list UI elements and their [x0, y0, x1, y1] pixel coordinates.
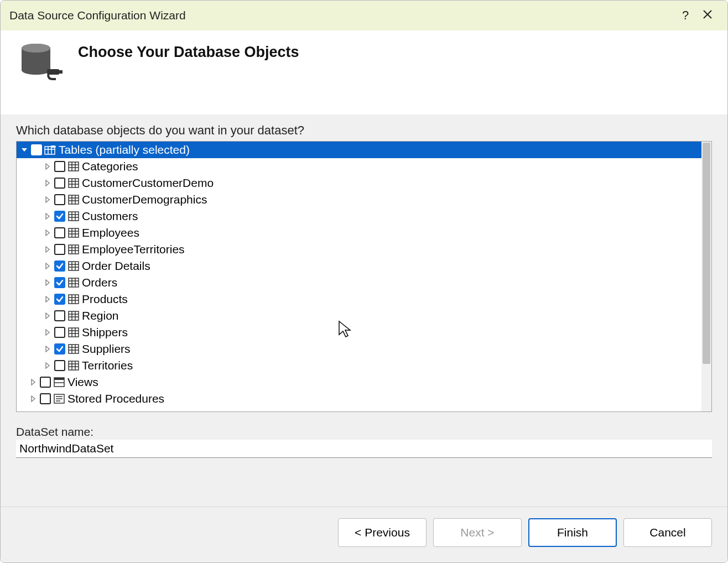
tree-node-table[interactable]: CustomerDemographics [17, 191, 701, 208]
stored-procedures-icon [53, 393, 65, 404]
tree-checkbox[interactable] [54, 178, 65, 189]
cancel-button[interactable]: Cancel [623, 518, 712, 547]
expand-icon[interactable] [43, 328, 52, 337]
window-title: Data Source Configuration Wizard [9, 9, 674, 22]
wizard-footer: < Previous Next > Finish Cancel [1, 507, 727, 562]
tree-checkbox[interactable] [54, 360, 65, 371]
tree-checkbox[interactable] [54, 260, 65, 272]
help-button[interactable]: ? [674, 4, 696, 27]
close-button[interactable] [696, 4, 719, 27]
tree-node-label: Shippers [82, 324, 128, 341]
tree-node-label: Order Details [82, 258, 150, 274]
table-icon [67, 244, 80, 255]
tree-node-stored-procedures[interactable]: Stored Procedures [17, 390, 701, 407]
table-icon [67, 343, 80, 355]
expand-icon[interactable] [43, 179, 52, 187]
scrollbar-thumb[interactable] [703, 143, 710, 364]
tree-node-label: Suppliers [82, 341, 131, 357]
tree-checkbox[interactable] [40, 377, 51, 388]
wizard-dialog: Data Source Configuration Wizard ? Choos… [0, 0, 728, 563]
tree-checkbox[interactable] [54, 194, 65, 205]
tree-checkbox[interactable] [54, 244, 65, 255]
expand-icon[interactable] [43, 162, 52, 171]
tree-node-table[interactable]: Shippers [17, 324, 701, 341]
tree-checkbox[interactable] [54, 343, 65, 355]
tree-node-label: EmployeeTerritories [82, 241, 185, 258]
tree-checkbox[interactable] [54, 227, 65, 238]
tree-checkbox[interactable] [54, 310, 65, 321]
titlebar: Data Source Configuration Wizard ? [1, 1, 727, 30]
expand-icon[interactable] [43, 228, 52, 237]
next-button[interactable]: Next > [433, 518, 522, 547]
expand-icon[interactable] [43, 345, 52, 353]
svg-rect-61 [69, 328, 79, 337]
page-title: Choose Your Database Objects [78, 44, 299, 61]
object-tree-panel: Tables (partially selected) Categories C… [16, 141, 712, 412]
tree-node-label: Territories [82, 357, 133, 374]
tree-node-label: Products [82, 291, 128, 307]
views-icon [53, 377, 65, 388]
tree-node-table[interactable]: Products [17, 291, 701, 307]
svg-rect-6 [45, 147, 55, 154]
dataset-name-input[interactable] [16, 440, 712, 458]
expand-icon[interactable] [43, 295, 52, 304]
expand-icon[interactable] [29, 378, 38, 387]
finish-button[interactable]: Finish [528, 518, 617, 547]
expand-icon[interactable] [43, 245, 52, 254]
tree-node-views[interactable]: Views [17, 374, 701, 390]
tree-node-table[interactable]: Territories [17, 357, 701, 374]
svg-rect-41 [69, 262, 79, 270]
tree-checkbox[interactable] [31, 144, 42, 155]
table-icon [67, 178, 80, 189]
expand-icon[interactable] [43, 361, 52, 370]
collapse-icon[interactable] [20, 145, 29, 154]
previous-button[interactable]: < Previous [338, 518, 427, 547]
table-icon [67, 161, 80, 172]
tree-node-tables[interactable]: Tables (partially selected) [17, 142, 701, 158]
tree-node-table[interactable]: Order Details [17, 258, 701, 274]
tree-node-table[interactable]: Categories [17, 158, 701, 175]
tree-node-table[interactable]: Region [17, 307, 701, 324]
expand-icon[interactable] [29, 394, 38, 403]
expand-icon[interactable] [43, 212, 52, 221]
expand-icon[interactable] [43, 278, 52, 287]
svg-rect-21 [69, 195, 79, 204]
tree-node-label: Employees [82, 225, 139, 241]
tree-checkbox[interactable] [54, 211, 65, 222]
svg-rect-31 [69, 228, 79, 237]
tree-node-table[interactable]: Suppliers [17, 341, 701, 357]
tree-checkbox[interactable] [54, 161, 65, 172]
expand-icon[interactable] [43, 262, 52, 270]
tree-node-table[interactable]: CustomerCustomerDemo [17, 175, 701, 191]
tree-node-table[interactable]: Orders [17, 274, 701, 291]
svg-rect-4 [47, 69, 59, 75]
tree-node-label: Region [82, 307, 119, 324]
tree-node-table[interactable]: Employees [17, 225, 701, 241]
tree-checkbox[interactable] [40, 393, 51, 404]
tree-checkbox[interactable] [54, 294, 65, 305]
svg-point-2 [22, 66, 50, 75]
svg-point-3 [22, 44, 50, 53]
svg-rect-16 [69, 179, 79, 187]
svg-rect-56 [69, 311, 79, 320]
svg-rect-71 [69, 361, 79, 370]
tables-folder-icon [44, 144, 56, 155]
tree-checkbox[interactable] [54, 327, 65, 338]
tree-node-table[interactable]: Customers [17, 208, 701, 225]
table-icon [67, 260, 80, 272]
table-icon [67, 277, 80, 288]
object-tree[interactable]: Tables (partially selected) Categories C… [17, 142, 701, 411]
svg-rect-5 [58, 70, 63, 74]
wizard-header: Choose Your Database Objects [1, 30, 727, 114]
table-icon [67, 294, 80, 305]
tree-checkbox[interactable] [54, 277, 65, 288]
database-icon [16, 43, 67, 87]
expand-icon[interactable] [43, 311, 52, 320]
expand-icon[interactable] [43, 195, 52, 204]
tree-node-table[interactable]: EmployeeTerritories [17, 241, 701, 258]
close-icon [703, 8, 713, 23]
svg-rect-51 [69, 295, 79, 304]
wizard-body: Which database objects do you want in yo… [1, 114, 727, 507]
svg-rect-46 [69, 278, 79, 287]
scrollbar[interactable] [701, 142, 711, 411]
